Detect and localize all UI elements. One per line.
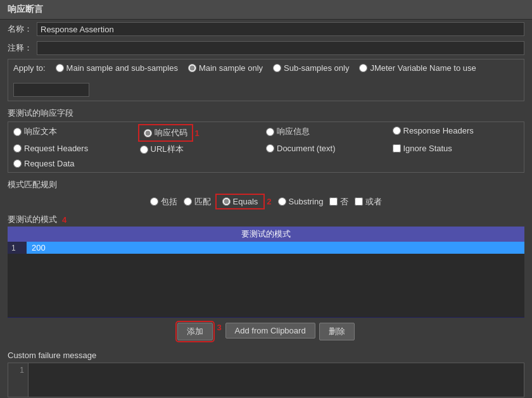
test-fields-row1: 响应文本 响应代码 1 响应信息 — [13, 126, 519, 140]
test-fields-col3: 响应信息 — [266, 126, 393, 140]
radio-document[interactable] — [266, 144, 274, 152]
apply-to-options: Apply to: Main sample and sub-samples Ma… — [13, 63, 519, 97]
test-patterns-header-row: 要测试的模式 4 — [0, 211, 532, 227]
label-ignore-status: Ignore Status — [403, 144, 452, 153]
editor-content[interactable] — [28, 363, 524, 397]
field-resp-headers[interactable]: Response Headers — [393, 126, 519, 135]
label-resp-headers: Response Headers — [403, 126, 474, 135]
jmeter-var-input[interactable] — [13, 83, 89, 97]
table-header: 要测试的模式 — [8, 227, 524, 242]
radio-resp-text[interactable] — [13, 128, 22, 136]
name-row: 名称： — [0, 20, 532, 39]
label-req-data: Request Data — [24, 159, 75, 168]
label-document: Document (text) — [277, 144, 335, 153]
test-fields-section: 响应文本 响应代码 1 响应信息 — [8, 121, 524, 173]
apply-main-sub[interactable]: Main sample and sub-samples — [56, 63, 178, 73]
test-patterns-label: 要测试的模式 — [8, 214, 57, 225]
label-matches: 匹配 — [194, 196, 211, 208]
field-resp-text[interactable]: 响应文本 — [13, 126, 140, 137]
radio-req-headers[interactable] — [13, 144, 22, 152]
name-label: 名称： — [8, 23, 33, 35]
radio-resp-info[interactable] — [266, 128, 274, 136]
label-or: 或者 — [365, 196, 382, 208]
test-fields-col1c: Request Data — [13, 159, 140, 168]
pattern-equals[interactable]: Equals — [217, 196, 263, 208]
checkbox-not[interactable] — [329, 197, 338, 206]
annotation-4: 4 — [62, 215, 66, 225]
radio-req-data[interactable] — [13, 159, 22, 168]
add-clipboard-button[interactable]: Add from Clipboard — [225, 323, 315, 339]
custom-failure-label: Custom failure message — [8, 348, 524, 363]
radio-url-sample[interactable] — [140, 146, 148, 154]
test-fields-row2: Request Headers URL样本 Document (text) — [13, 144, 519, 155]
annotation-2: 2 — [267, 197, 271, 206]
pattern-rules-row: 包括 匹配 Equals 2 Substring 否 或者 — [0, 192, 532, 211]
test-fields-col4: Response Headers — [393, 126, 519, 140]
test-fields-col3b: Document (text) — [266, 144, 393, 155]
apply-to-label: Apply to: — [13, 63, 46, 73]
pattern-rules-header: 模式匹配规则 — [0, 177, 532, 192]
delete-button[interactable]: 删除 — [319, 323, 355, 340]
pattern-substring[interactable]: Substring — [278, 197, 324, 206]
label-resp-text: 响应文本 — [24, 126, 57, 137]
radio-equals[interactable] — [222, 197, 231, 206]
pattern-or[interactable]: 或者 — [355, 196, 382, 208]
radio-matches[interactable] — [184, 197, 192, 206]
field-url-sample[interactable]: URL样本 — [140, 144, 267, 155]
table-row-num: 1 — [8, 242, 27, 254]
test-fields-row3: Request Data — [13, 159, 519, 168]
apply-sub-only[interactable]: Sub-samples only — [273, 63, 349, 73]
pattern-not[interactable]: 否 — [329, 196, 348, 208]
test-fields-spacer — [140, 159, 519, 168]
test-fields-header: 要测试的响应字段 — [0, 105, 532, 120]
test-fields-col2: 响应代码 1 — [140, 126, 267, 140]
label-resp-info: 响应信息 — [277, 126, 310, 137]
apply-jmeter-var[interactable]: JMeter Variable Name to use — [359, 63, 476, 73]
test-fields-col2b: URL样本 — [140, 144, 267, 155]
label-not: 否 — [340, 196, 348, 208]
comment-input[interactable] — [37, 41, 524, 55]
field-ignore-status[interactable]: Ignore Status — [393, 144, 519, 153]
table-empty-area — [8, 254, 524, 317]
table-row-value: 200 — [27, 242, 524, 254]
comment-label: 注释： — [8, 42, 33, 54]
checkbox-or[interactable] — [355, 197, 363, 206]
pattern-equals-wrapper: Equals 2 — [217, 196, 272, 208]
custom-failure-section: Custom failure message 1 — [0, 345, 532, 398]
radio-resp-code[interactable] — [144, 129, 152, 137]
editor-line-nums: 1 — [8, 363, 28, 397]
label-substring: Substring — [289, 197, 324, 206]
field-document[interactable]: Document (text) — [266, 144, 393, 153]
radio-contains[interactable] — [150, 197, 158, 206]
field-req-data[interactable]: Request Data — [13, 159, 140, 168]
add-button-wrapper: 添加 3 — [177, 323, 221, 340]
radio-sub-only[interactable] — [273, 64, 281, 72]
field-req-headers[interactable]: Request Headers — [13, 144, 140, 153]
custom-failure-editor[interactable]: 1 — [8, 363, 524, 397]
label-url-sample: URL样本 — [151, 144, 184, 155]
buttons-row: 添加 3 Add from Clipboard 删除 — [0, 318, 532, 345]
response-assertion-panel: 响应断言 名称： 注释： Apply to: Main sample and s… — [0, 0, 532, 398]
add-button[interactable]: 添加 — [177, 323, 213, 340]
radio-main-sub[interactable] — [56, 64, 64, 72]
radio-substring[interactable] — [278, 197, 286, 206]
label-resp-code: 响应代码 — [155, 127, 187, 139]
label-req-headers: Request Headers — [24, 144, 88, 153]
radio-jmeter-var[interactable] — [359, 64, 367, 72]
label-equals: Equals — [233, 197, 258, 206]
label-main-sub: Main sample and sub-samples — [66, 63, 178, 73]
label-sub-only: Sub-samples only — [284, 63, 349, 73]
label-main-only: Main sample only — [199, 63, 263, 73]
field-resp-code[interactable]: 响应代码 — [140, 126, 191, 140]
field-resp-info[interactable]: 响应信息 — [266, 126, 393, 137]
test-fields-col1b: Request Headers — [13, 144, 140, 155]
radio-main-only[interactable] — [188, 64, 196, 72]
checkbox-ignore-status[interactable] — [393, 144, 401, 152]
pattern-matches[interactable]: 匹配 — [184, 196, 211, 208]
name-input[interactable] — [37, 22, 524, 36]
table-row[interactable]: 1 200 — [8, 242, 524, 254]
test-fields-col4b: Ignore Status — [393, 144, 519, 155]
apply-main-only[interactable]: Main sample only — [188, 63, 263, 73]
radio-resp-headers[interactable] — [393, 127, 401, 135]
pattern-contains[interactable]: 包括 — [150, 196, 177, 208]
